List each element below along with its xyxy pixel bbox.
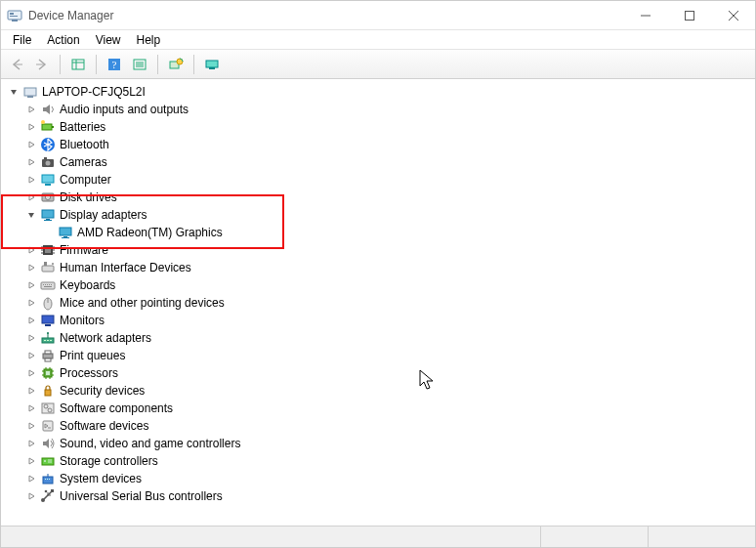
window-title: Device Manager [28,9,113,22]
storage-icon [40,453,56,469]
forward-button[interactable] [30,53,54,76]
expand-arrow-icon[interactable] [24,472,38,485]
tree-category[interactable]: Cameras [3,153,753,171]
svg-rect-66 [44,340,46,341]
maximize-button[interactable] [667,1,711,30]
svg-rect-60 [44,286,52,287]
menu-help[interactable]: Help [129,31,169,49]
tree-category[interactable]: Sound, video and game controllers [3,435,753,452]
expand-arrow-icon[interactable] [24,454,38,468]
svg-rect-44 [45,247,51,253]
tree-node-label: Monitors [60,314,105,327]
svg-rect-98 [49,479,50,480]
tree-node-label: Universal Serial Bus controllers [60,489,223,503]
tree-node-label: Software components [60,401,173,415]
keyboard-icon [40,277,56,293]
tree-category[interactable]: Batteries [3,118,753,136]
root-icon [22,84,38,100]
expand-arrow-icon[interactable] [24,103,38,116]
menu-action[interactable]: Action [39,31,87,49]
printer-icon [40,348,56,363]
back-button[interactable] [5,53,28,76]
expand-arrow-icon[interactable] [24,190,38,204]
expand-arrow-icon[interactable] [24,419,38,433]
expand-arrow-icon[interactable] [24,331,38,345]
scan-button[interactable] [164,53,188,76]
tree-node-label: Sound, video and game controllers [60,437,240,450]
tree-category[interactable]: Mice and other pointing devices [3,294,753,312]
tree-node-label: Audio inputs and outputs [60,103,189,116]
expand-arrow-icon[interactable] [24,349,38,362]
properties-button[interactable] [128,53,151,76]
tree-category[interactable]: Firmware [3,241,753,259]
svg-rect-41 [63,236,67,237]
tree-category[interactable]: Universal Serial Bus controllers [3,487,753,505]
device-tree[interactable]: LAPTOP-CFJQ5L2IAudio inputs and outputsB… [1,79,755,526]
tree-category[interactable]: Display adapters [3,206,753,224]
network-icon [40,330,56,346]
expand-arrow-icon[interactable] [24,401,38,415]
svg-rect-63 [42,316,54,323]
minimize-button[interactable] [623,1,667,30]
svg-rect-96 [45,479,46,480]
bluetooth-icon [40,137,56,152]
expand-arrow-icon[interactable] [24,155,38,169]
expand-arrow-icon[interactable] [24,296,38,310]
svg-rect-68 [50,340,52,341]
tree-category[interactable]: Computer [3,171,753,189]
expand-arrow-icon[interactable] [24,384,38,398]
expand-arrow-icon[interactable] [24,366,38,380]
tree-node-label: System devices [60,472,142,485]
svg-point-70 [47,332,49,334]
svg-rect-51 [42,266,54,272]
expand-arrow-icon[interactable] [24,261,38,274]
expand-arrow-icon[interactable] [24,120,38,134]
tree-category[interactable]: System devices [3,470,753,487]
tree-category[interactable]: Software components [3,400,753,417]
tree-category[interactable]: Print queues [3,347,753,364]
tree-category[interactable]: Disk drives [3,189,753,206]
expand-arrow-icon[interactable] [24,278,38,292]
tree-category[interactable]: Keyboards [3,276,753,294]
disk-icon [40,190,56,205]
toolbar-separator [193,55,194,74]
menu-view[interactable]: View [88,31,129,49]
usb-icon [40,488,56,504]
expand-arrow-icon[interactable] [24,243,38,257]
tree-category[interactable]: Security devices [3,382,753,400]
tree-node-label: Keyboards [60,278,115,292]
tree-category[interactable]: Storage controllers [3,452,753,470]
svg-rect-84 [45,390,51,396]
tree-category[interactable]: Network adapters [3,329,753,347]
camera-icon [40,154,56,170]
collapse-arrow-icon[interactable] [24,208,38,222]
tree-node-label: Security devices [60,384,145,398]
svg-rect-33 [45,184,51,186]
tree-category[interactable]: Audio inputs and outputs [3,101,753,118]
status-cell [648,527,755,547]
collapse-arrow-icon[interactable] [7,85,21,99]
tree-category[interactable]: Monitors [3,312,753,329]
expand-arrow-icon[interactable] [24,314,38,327]
tree-category[interactable]: Processors [3,364,753,382]
svg-rect-25 [42,124,52,130]
menu-file[interactable]: File [5,31,39,49]
tree-root[interactable]: LAPTOP-CFJQ5L2I [3,83,753,101]
audio-icon [40,102,56,117]
expand-arrow-icon[interactable] [24,173,38,187]
devices-by-connection-button[interactable] [200,53,224,76]
svg-point-30 [46,161,51,166]
expand-arrow-icon[interactable] [24,138,38,151]
help-button[interactable]: ? [103,53,126,76]
tree-device[interactable]: AMD Radeon(TM) Graphics [3,224,753,241]
expand-arrow-icon[interactable] [24,489,38,503]
tree-category[interactable]: Human Interface Devices [3,259,753,276]
security-icon [40,383,56,399]
show-hidden-button[interactable] [66,53,90,76]
tree-category[interactable]: Bluetooth [3,136,753,153]
monitor-icon [40,313,56,328]
tree-category[interactable]: Software devices [3,417,753,435]
expand-arrow-icon[interactable] [24,437,38,450]
svg-rect-55 [43,284,44,285]
close-button[interactable] [711,1,755,30]
